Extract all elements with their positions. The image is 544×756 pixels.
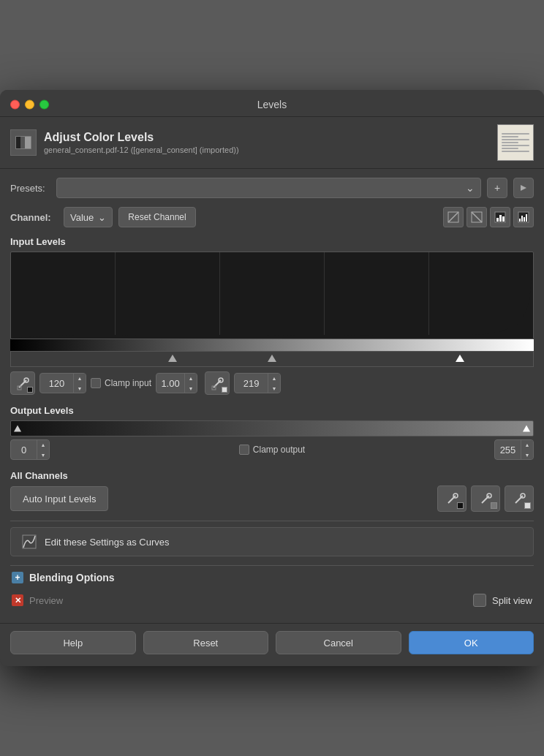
- expand-icon: +: [12, 572, 23, 583]
- blending-options-row[interactable]: + Blending Options: [10, 565, 534, 589]
- reset-channel-button[interactable]: Reset Channel: [118, 207, 195, 227]
- edit-as-curves-button[interactable]: Edit these Settings as Curves: [10, 527, 534, 556]
- midpoint-down[interactable]: ▼: [185, 383, 197, 393]
- diagonal-left-icon[interactable]: [443, 207, 464, 227]
- input-mid-marker[interactable]: [268, 355, 276, 362]
- clamp-input-checkbox[interactable]: [91, 378, 101, 388]
- svg-rect-15: [521, 216, 523, 222]
- close-button[interactable]: [10, 100, 20, 110]
- reset-button[interactable]: Reset: [143, 631, 269, 654]
- all-black-eyedropper-button[interactable]: [437, 485, 466, 512]
- white-point-arrows: ▲ ▼: [268, 373, 280, 393]
- window-title: Levels: [257, 99, 287, 110]
- levels-all-icon[interactable]: [513, 207, 534, 227]
- output-white-handle[interactable]: [523, 426, 530, 432]
- thumb-line: [502, 136, 518, 137]
- ok-button[interactable]: OK: [409, 631, 534, 654]
- output-white-input[interactable]: [495, 445, 521, 456]
- white-point-up[interactable]: ▲: [268, 373, 280, 383]
- black-point-spinner[interactable]: ▲ ▼: [39, 373, 86, 393]
- midpoint-up[interactable]: ▲: [185, 373, 197, 383]
- clamp-output-row: Clamp output: [56, 445, 488, 455]
- all-black-badge: [457, 502, 464, 509]
- levels-small-icon[interactable]: [490, 207, 510, 227]
- clamp-output-checkbox[interactable]: [239, 445, 249, 455]
- white-point-down[interactable]: ▼: [268, 383, 280, 393]
- thumb-line: [502, 145, 529, 146]
- svg-rect-12: [502, 216, 505, 222]
- black-point-down[interactable]: ▼: [74, 383, 86, 393]
- white-badge: [222, 387, 227, 393]
- svg-rect-11: [499, 215, 502, 222]
- cancel-button[interactable]: Cancel: [276, 631, 401, 654]
- all-gray-badge: [491, 502, 497, 509]
- header-titles: Adjust Color Levels general_consent.pdf-…: [44, 131, 239, 154]
- midpoint-input[interactable]: [156, 378, 184, 389]
- output-black-up[interactable]: ▲: [37, 439, 49, 450]
- help-button[interactable]: Help: [10, 631, 136, 654]
- presets-dropdown[interactable]: ⌄: [56, 178, 481, 198]
- white-point-spinner[interactable]: ▲ ▼: [234, 373, 281, 393]
- output-controls-row: ▲ ▼ Clamp output ▲ ▼: [10, 439, 534, 460]
- output-black-spinner[interactable]: ▲ ▼: [10, 439, 50, 460]
- svg-line-6: [448, 212, 458, 222]
- channel-row: Channel: Value ⌄ Reset Channel: [10, 207, 534, 227]
- input-gradient-bar: [10, 339, 534, 351]
- output-black-down[interactable]: ▼: [37, 450, 49, 460]
- midpoint-spinner[interactable]: ▲ ▼: [156, 373, 197, 393]
- white-eyedropper-button[interactable]: [205, 371, 230, 395]
- thumb-line: [502, 148, 518, 149]
- minimize-button[interactable]: [25, 100, 34, 110]
- output-black-input[interactable]: [11, 445, 37, 456]
- svg-line-27: [482, 496, 489, 503]
- diagonal-right-icon[interactable]: [466, 207, 487, 227]
- all-channels-title: All Channels: [10, 470, 534, 481]
- svg-rect-14: [519, 219, 521, 222]
- header-icon: [10, 129, 37, 156]
- presets-label: Presets:: [10, 183, 50, 194]
- output-white-spinner[interactable]: ▲ ▼: [494, 439, 534, 460]
- svg-rect-1: [16, 137, 20, 148]
- svg-marker-18: [11, 252, 533, 339]
- all-white-eyedropper-button[interactable]: [505, 485, 534, 512]
- output-white-arrows: ▲ ▼: [521, 439, 533, 460]
- input-black-marker[interactable]: [168, 355, 177, 362]
- all-channels-row: Auto Input Levels: [10, 485, 534, 512]
- preview-left: ✕ Preview: [12, 594, 63, 606]
- channel-icons: [443, 207, 534, 227]
- output-white-down[interactable]: ▼: [521, 450, 533, 460]
- input-slider-track[interactable]: [10, 351, 534, 367]
- split-view-checkbox[interactable]: [473, 594, 486, 607]
- clamp-input-row: Clamp input: [91, 378, 151, 388]
- traffic-lights: [10, 100, 49, 110]
- svg-line-8: [472, 212, 482, 222]
- input-white-marker[interactable]: [456, 355, 464, 362]
- thumb-line: [502, 151, 529, 152]
- channel-label: Channel:: [10, 212, 58, 223]
- svg-line-29: [515, 496, 523, 503]
- black-point-up[interactable]: ▲: [74, 373, 86, 383]
- preview-x-icon: ✕: [12, 594, 23, 606]
- svg-marker-4: [521, 185, 526, 191]
- channel-dropdown[interactable]: Value ⌄: [64, 207, 113, 227]
- auto-input-levels-button[interactable]: Auto Input Levels: [10, 486, 108, 511]
- add-preset-button[interactable]: +: [487, 178, 507, 198]
- black-point-input[interactable]: [40, 378, 73, 389]
- svg-rect-10: [496, 218, 499, 222]
- white-point-input[interactable]: [235, 378, 268, 389]
- split-view-label: Split view: [492, 595, 532, 606]
- output-levels-title: Output Levels: [10, 405, 534, 416]
- output-black-handle[interactable]: [14, 426, 21, 432]
- preset-menu-button[interactable]: [513, 178, 534, 198]
- output-black-arrows: ▲ ▼: [37, 439, 49, 460]
- output-gradient-bar: [10, 420, 534, 436]
- all-gray-eyedropper-button[interactable]: [471, 485, 500, 512]
- preview-label: Preview: [29, 595, 63, 606]
- thumb-line: [502, 142, 518, 143]
- output-white-up[interactable]: ▲: [521, 439, 533, 450]
- input-controls-row: ▲ ▼ Clamp input ▲ ▼: [10, 371, 534, 395]
- thumbnail: [497, 124, 534, 161]
- maximize-button[interactable]: [39, 100, 49, 110]
- dialog-title: Adjust Color Levels: [44, 131, 239, 144]
- black-eyedropper-button[interactable]: [10, 371, 35, 395]
